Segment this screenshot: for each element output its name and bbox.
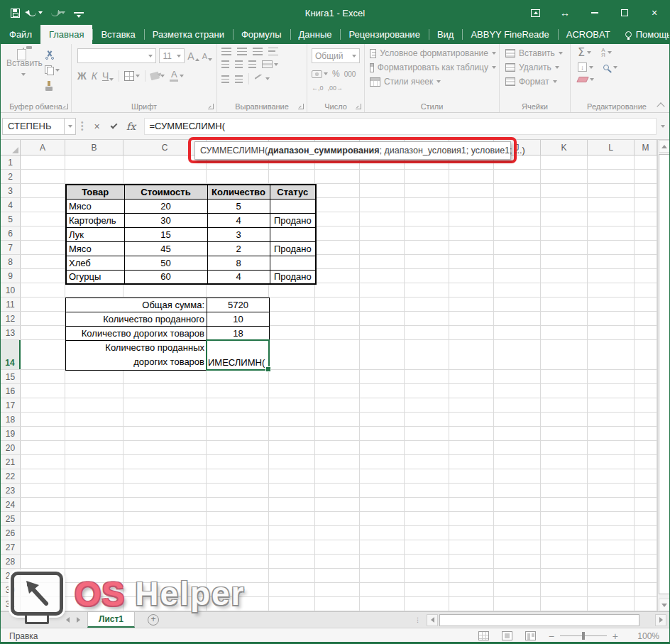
grid-row-27[interactable] (21, 540, 657, 554)
cut-icon[interactable] (45, 50, 55, 60)
zoom-in-button[interactable]: + (613, 633, 618, 640)
copy-button[interactable] (45, 65, 60, 75)
row-header-28[interactable]: 28 (1, 555, 21, 568)
insert-function-button[interactable]: fx (123, 118, 140, 135)
align-bottom-icon[interactable] (253, 48, 263, 55)
row-header-31[interactable]: 31 (1, 597, 21, 611)
redo-button[interactable] (51, 10, 65, 16)
grid-row-28[interactable] (21, 555, 657, 568)
summary-label[interactable]: Общая сумма: (66, 298, 207, 312)
table-cell[interactable] (270, 256, 316, 270)
tab-формулы[interactable]: Формулы (233, 25, 290, 44)
row-header-19[interactable]: 19 (1, 427, 21, 440)
font-color-button[interactable]: А (170, 70, 184, 82)
underline-button[interactable]: Ч (102, 71, 114, 81)
column-header-K[interactable]: K (541, 140, 588, 155)
summary-value[interactable]: 18 (207, 327, 270, 341)
table-cell[interactable] (270, 199, 316, 213)
grow-font-button[interactable]: А (187, 51, 199, 61)
page-layout-view-icon[interactable] (502, 631, 512, 640)
row-header-5[interactable]: 5 (1, 212, 21, 226)
scroll-up-button[interactable] (659, 140, 670, 153)
tab-acrobat[interactable]: ACROBAT (558, 25, 619, 44)
undo-caret-icon[interactable] (38, 11, 43, 14)
expand-formula-bar-button[interactable] (657, 118, 669, 135)
row-header-14[interactable]: 14 (1, 340, 21, 369)
prev-sheet-icon[interactable] (66, 617, 70, 623)
summary-label[interactable]: Количество проданныхдорогих товаров (66, 341, 207, 371)
table-cell[interactable]: Хлеб (66, 256, 124, 270)
zoom-out-button[interactable]: − (549, 633, 554, 640)
table-cell[interactable]: 2 (207, 241, 270, 256)
table-cell[interactable]: 5 (207, 199, 270, 213)
table-cell[interactable]: 60 (124, 270, 207, 284)
grid-row-31[interactable] (21, 597, 657, 611)
tab-вид[interactable]: Вид (429, 25, 463, 44)
alignment-dialog-launcher-icon[interactable] (298, 104, 304, 109)
table-cell[interactable]: 4 (207, 270, 270, 284)
table-cell[interactable]: Мясо (66, 241, 124, 256)
vertical-scrollbar[interactable] (657, 140, 670, 611)
table-cell[interactable]: 45 (124, 241, 207, 256)
worksheet-grid[interactable]: ABCDEFGHIJKLM 12345678910111213141516171… (1, 140, 657, 611)
normal-view-icon[interactable] (478, 631, 489, 640)
delete-cells-button[interactable]: Удалить (505, 62, 567, 72)
align-left-icon[interactable] (221, 60, 229, 68)
tab-рецензирование[interactable]: Рецензирование (340, 25, 428, 44)
summary-label[interactable]: Количество дорогих товаров (66, 327, 207, 341)
summary-label[interactable]: Количество проданного (66, 312, 207, 327)
table-cell[interactable]: Продано (270, 213, 316, 227)
increase-decimal-icon[interactable]: ←,0 (312, 84, 324, 92)
align-center-icon[interactable] (235, 60, 243, 68)
page-break-view-icon[interactable] (525, 631, 536, 640)
summary-value[interactable]: 5720 (207, 298, 270, 312)
conditional-formatting-button[interactable]: Условное форматирование (370, 48, 496, 58)
table-cell[interactable]: Продано (270, 241, 316, 256)
italic-button[interactable]: К (92, 71, 97, 81)
table-cell[interactable]: 50 (124, 256, 207, 270)
tab-разметка-страни[interactable]: Разметка страни (144, 25, 233, 44)
font-size-combo[interactable]: 11 (159, 48, 185, 63)
row-header-30[interactable]: 30 (1, 583, 21, 596)
format-as-table-button[interactable]: Форматировать как таблицу (370, 62, 496, 72)
format-cells-button[interactable]: Формат (505, 77, 567, 87)
row-header-13[interactable]: 13 (1, 326, 21, 339)
table-cell[interactable] (270, 227, 316, 241)
column-header-M[interactable]: M (635, 140, 657, 155)
table-header-cell[interactable]: Товар (66, 185, 124, 199)
table-cell[interactable]: 4 (207, 213, 270, 227)
grid-row-24[interactable] (21, 498, 657, 511)
cell-styles-button[interactable]: Стили ячеек (370, 77, 496, 87)
fill-button[interactable]: ↓ (578, 62, 593, 72)
customize-qat-icon[interactable] (74, 12, 84, 13)
grid-row-16[interactable] (21, 384, 657, 398)
cancel-entry-button[interactable]: × (89, 118, 106, 135)
find-select-button[interactable] (603, 65, 617, 70)
table-cell[interactable]: 30 (124, 213, 207, 227)
table-header-cell[interactable]: Статус (270, 185, 316, 199)
tab-file[interactable]: Файл (1, 25, 40, 44)
zoom-percentage[interactable]: 100% (631, 631, 659, 641)
table-header-cell[interactable]: Стоимость (124, 185, 207, 199)
scroll-right-button[interactable] (655, 614, 666, 626)
row-header-9[interactable]: 9 (1, 269, 21, 283)
row-header-6[interactable]: 6 (1, 227, 21, 240)
fill-color-button[interactable] (150, 72, 165, 80)
decrease-decimal-icon[interactable]: ,00→ (328, 84, 344, 92)
row-header-22[interactable]: 22 (1, 469, 21, 483)
tab-вставка[interactable]: Вставка (92, 25, 143, 44)
tabbar-splitter[interactable]: ⋮ (414, 616, 421, 623)
table-cell[interactable]: 15 (124, 227, 207, 241)
row-header-27[interactable]: 27 (1, 540, 21, 554)
zoom-slider[interactable] (560, 635, 607, 637)
clear-button[interactable] (578, 77, 594, 82)
table-cell[interactable]: Продано (270, 270, 316, 284)
name-box-dropdown[interactable] (65, 118, 76, 135)
maximize-button[interactable] (610, 1, 639, 25)
row-header-4[interactable]: 4 (1, 198, 21, 212)
grid-row-23[interactable] (21, 484, 657, 497)
format-painter-icon[interactable] (45, 81, 53, 91)
number-format-combo[interactable]: Общий (312, 48, 360, 63)
table-header-cell[interactable]: Количество (207, 185, 270, 199)
resize-horizontal-button[interactable]: ↔ (550, 1, 580, 25)
